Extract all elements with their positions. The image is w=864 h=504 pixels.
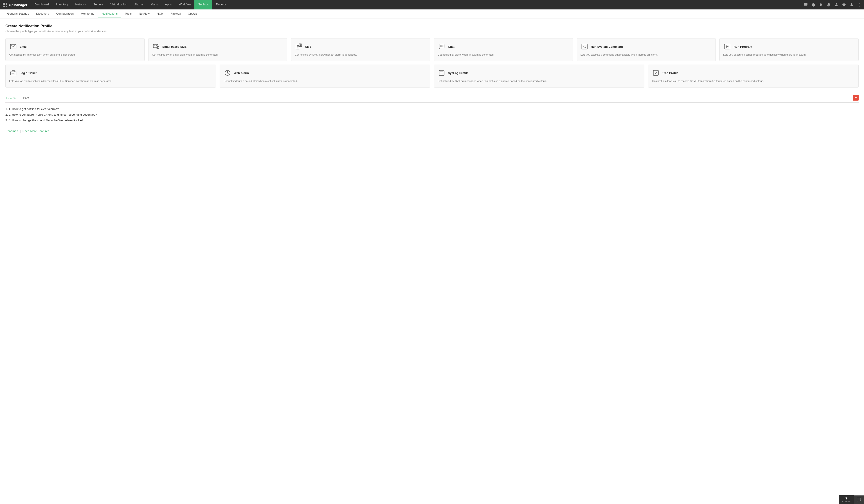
sub-nav-item-tools[interactable]: Tools (121, 10, 135, 18)
sub-nav-item-configuration[interactable]: Configuration (53, 10, 77, 18)
card-desc-run-program: Lets you execute a script/ program autom… (723, 53, 855, 57)
chat-button[interactable] (854, 495, 864, 504)
main-nav-item-settings[interactable]: Settings (194, 0, 212, 10)
main-nav-item-workflow[interactable]: Workflow (175, 0, 194, 10)
card-header-run-system-command: Run System Command (580, 43, 712, 51)
card-icon-web-alarm (224, 69, 231, 77)
user-icon[interactable] (834, 3, 838, 7)
howto-item-1[interactable]: 1. How to get notified for clear alarms? (5, 106, 859, 112)
sub-nav-item-notifications[interactable]: Notifications (98, 10, 121, 18)
main-nav-item-servers[interactable]: Servers (89, 0, 107, 10)
account-icon[interactable] (850, 3, 854, 7)
main-nav-item-virtualization[interactable]: Virtualization (107, 0, 131, 10)
tab-faq[interactable]: FAQ (22, 95, 34, 103)
sub-nav-item-oputils[interactable]: OpUtils (184, 10, 201, 18)
card-title-email-sms: Email based SMS (163, 45, 187, 48)
main-nav-item-reports[interactable]: Reports (212, 0, 230, 10)
alarms-count-badge[interactable]: 7 ALARMS (839, 495, 854, 504)
main-nav-item-maps[interactable]: Maps (147, 0, 161, 10)
card-run-program[interactable]: Run Program Lets you execute a script/ p… (719, 38, 859, 61)
gear-icon[interactable] (842, 3, 846, 7)
card-header-email: Email (9, 43, 141, 51)
roadmap-link[interactable]: Roadmap (5, 129, 18, 133)
card-header-syslog-profile: SysLog Profile (437, 69, 640, 77)
more-icon[interactable]: ⋮ (857, 2, 861, 7)
cards-row-2: Log a Ticket Lets you log trouble ticket… (5, 64, 859, 87)
card-desc-sms: Get notified by SMS alert when an alarm … (295, 53, 427, 57)
syslog-icon-img (438, 70, 445, 76)
top-bar: OpManager DashboardInventoryNetworkServe… (0, 0, 864, 10)
tab-collapse-button[interactable]: − (853, 95, 859, 100)
alarms-count: 7 (845, 496, 847, 501)
page-title: Create Notification Profile (5, 24, 859, 28)
howto-list: 1. How to get notified for clear alarms?… (5, 106, 859, 123)
card-email[interactable]: Email Get notified by an email alert whe… (5, 38, 145, 61)
chat-icon (856, 497, 861, 502)
card-trap-profile[interactable]: Trap Profile This profile allows you to … (648, 64, 859, 87)
app-name: OpManager (9, 3, 27, 7)
card-title-web-alarm: Web Alarm (234, 71, 249, 75)
howto-item-2[interactable]: 2. How to configure Profile Criteria and… (5, 112, 859, 118)
main-nav-item-inventory[interactable]: Inventory (52, 0, 72, 10)
card-desc-run-system-command: Lets you execute a command automatically… (580, 53, 712, 57)
main-nav: DashboardInventoryNetworkServersVirtuali… (31, 0, 804, 10)
card-syslog-profile[interactable]: SysLog Profile Get notified by SysLog me… (434, 64, 645, 87)
card-chat[interactable]: Chat Get notified by slack when an alarm… (434, 38, 573, 61)
card-header-web-alarm: Web Alarm (224, 69, 427, 77)
sub-nav-item-monitoring[interactable]: Monitoring (77, 10, 98, 18)
svg-rect-34 (653, 70, 659, 75)
card-title-sms: SMS (305, 45, 311, 48)
card-icon-email (9, 43, 17, 51)
app-logo[interactable]: OpManager (3, 3, 27, 7)
card-icon-trap-profile (652, 69, 660, 77)
svg-point-3 (820, 3, 822, 6)
svg-point-20 (440, 46, 441, 46)
card-web-alarm[interactable]: Web Alarm Get notified with a sound aler… (219, 64, 430, 87)
monitor-icon[interactable] (804, 3, 808, 7)
card-desc-syslog-profile: Get notified by SysLog messages when thi… (437, 79, 640, 83)
sub-nav-item-ncm[interactable]: NCM (153, 10, 167, 18)
card-header-sms: SMS (295, 43, 427, 51)
tab-howto[interactable]: How To (5, 95, 21, 103)
main-nav-item-dashboard[interactable]: Dashboard (31, 0, 53, 10)
run-program-icon-img (724, 43, 731, 50)
card-icon-sms (295, 43, 303, 51)
howto-item-3[interactable]: 3. How to change the sound file in the W… (5, 118, 859, 123)
card-desc-chat: Get notified by slack when an alarm is g… (437, 53, 569, 57)
chat-icon-img (438, 43, 445, 50)
card-log-ticket[interactable]: Log a Ticket Lets you log trouble ticket… (5, 64, 216, 87)
svg-rect-0 (804, 3, 807, 5)
status-bar: 7 ALARMS (839, 495, 864, 504)
main-nav-item-apps[interactable]: Apps (161, 0, 176, 10)
sub-nav-item-firewall[interactable]: Firewall (167, 10, 184, 18)
search-icon[interactable] (819, 3, 823, 7)
tabs-section: How To FAQ − 1. How to get notified for … (5, 95, 859, 123)
ticket-icon-img (10, 70, 17, 76)
card-sms[interactable]: SMS Get notified by SMS alert when an al… (291, 38, 430, 61)
card-email-sms[interactable]: Email based SMS Get notified by an email… (148, 38, 288, 61)
card-title-run-program: Run Program (733, 45, 752, 48)
sub-nav-item-netflow[interactable]: NetFlow (135, 10, 153, 18)
shield-icon[interactable] (811, 3, 815, 7)
card-icon-email-sms (152, 43, 160, 51)
sub-nav: General SettingsDiscoveryConfigurationMo… (0, 10, 864, 19)
bottom-links: Roadmap | Need More Features (5, 129, 859, 133)
svg-point-5 (836, 3, 837, 4)
need-more-features-link[interactable]: Need More Features (23, 129, 49, 133)
sub-nav-item-discovery[interactable]: Discovery (33, 10, 53, 18)
cards-row-1: Email Get notified by an email alert whe… (5, 38, 859, 61)
tabs-header: How To FAQ − (5, 95, 859, 103)
svg-point-22 (443, 46, 443, 46)
main-nav-item-network[interactable]: Network (72, 0, 90, 10)
alarms-label: ALARMS (842, 501, 851, 503)
card-title-log-ticket: Log a Ticket (20, 71, 37, 75)
main-nav-item-alarms[interactable]: Alarms (131, 0, 147, 10)
card-run-system-command[interactable]: Run System Command Lets you execute a co… (577, 38, 716, 61)
trap-icon-img (652, 70, 659, 76)
card-title-run-system-command: Run System Command (591, 45, 623, 48)
bell-icon[interactable] (827, 3, 831, 7)
card-title-chat: Chat (448, 45, 455, 48)
sub-nav-item-general-settings[interactable]: General Settings (3, 10, 33, 18)
card-icon-syslog-profile (437, 69, 446, 77)
card-header-log-ticket: Log a Ticket (9, 69, 212, 77)
